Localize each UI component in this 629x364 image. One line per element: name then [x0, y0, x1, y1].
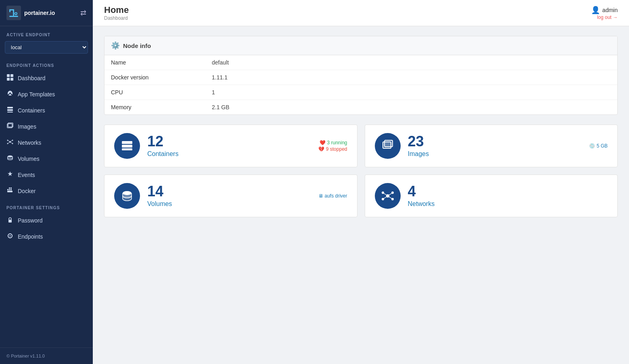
stat-info-networks: 4 Networks [408, 184, 435, 208]
node-info-cpu-value: 1 [205, 85, 617, 100]
volumes-icon-svg [121, 189, 134, 202]
volumes-label: Volumes [147, 200, 172, 208]
events-icon [6, 171, 14, 179]
node-info-icon: ⚙️ [111, 41, 120, 50]
containers-meta: ❤️ 3 running 💔 9 stopped [318, 140, 347, 152]
sidebar-item-events[interactable]: Events [0, 167, 93, 183]
content-area: ⚙️ Node info Name default Docker version… [93, 26, 629, 364]
user-name-label: admin [602, 7, 618, 13]
node-info-docker-label: Docker version [104, 70, 205, 85]
svg-line-22 [8, 142, 10, 144]
svg-rect-33 [122, 141, 132, 144]
stat-card-left-volumes: 14 Volumes [114, 183, 172, 209]
svg-rect-34 [122, 145, 132, 148]
sidebar-item-volumes[interactable]: Volumes [0, 151, 93, 167]
sidebar-item-endpoints[interactable]: Endpoints [0, 229, 93, 245]
breadcrumb: Dashboard [104, 15, 129, 21]
sidebar-item-label-containers: Containers [18, 107, 45, 114]
svg-line-47 [388, 196, 393, 199]
topbar-user: 👤 admin log out → [591, 6, 618, 20]
networks-count: 4 [408, 184, 435, 199]
containers-icon-svg [121, 139, 134, 152]
endpoint-actions-label: ENDPOINT ACTIONS [0, 57, 93, 70]
svg-rect-30 [7, 191, 13, 192]
sidebar-toggle-button[interactable]: ⇄ [80, 8, 86, 17]
portainer-settings-label: PORTAINER SETTINGS [0, 199, 93, 212]
containers-stopped: 💔 9 stopped [318, 146, 347, 152]
svg-point-24 [8, 156, 13, 158]
svg-rect-4 [9, 9, 10, 12]
volumes-count: 14 [147, 184, 172, 199]
stat-grid: 12 Containers ❤️ 3 running 💔 9 stopped [104, 125, 618, 217]
svg-rect-7 [10, 74, 13, 77]
topbar: Home Dashboard 👤 admin log out → [93, 0, 629, 26]
sidebar-footer: © Portainer v1.11.0 [0, 347, 93, 364]
volumes-driver: 🖥 aufs driver [318, 193, 347, 199]
sidebar-item-label-password: Password [18, 217, 42, 224]
svg-line-21 [10, 140, 13, 142]
sidebar-item-label-app-templates: App Templates [18, 91, 55, 98]
images-meta: 💿 5 GB [589, 143, 608, 149]
stat-info-containers: 12 Containers [147, 134, 178, 158]
table-row: CPU 1 [104, 85, 617, 100]
portainer-logo-icon [6, 6, 21, 20]
stat-card-images[interactable]: 23 Images 💿 5 GB [365, 125, 618, 167]
stat-info-volumes: 14 Volumes [147, 184, 172, 208]
sidebar-item-containers[interactable]: Containers [0, 102, 93, 119]
images-count: 23 [408, 134, 429, 149]
svg-line-45 [388, 193, 393, 196]
sidebar-item-password[interactable]: Password [0, 212, 93, 229]
svg-rect-1 [9, 16, 18, 17]
sidebar-item-networks[interactable]: Networks [0, 135, 93, 151]
node-info-title: Node info [123, 42, 151, 49]
svg-line-44 [383, 193, 388, 196]
node-info-memory-label: Memory [104, 100, 205, 115]
active-endpoint-dropdown[interactable]: local [5, 41, 88, 54]
svg-rect-8 [7, 78, 10, 81]
disk-icon: 💿 [589, 143, 596, 149]
sidebar-item-label-images: Images [18, 123, 36, 130]
svg-line-20 [8, 140, 10, 142]
sidebar-item-label-networks: Networks [18, 139, 41, 146]
svg-rect-37 [385, 140, 393, 147]
sidebar-item-docker[interactable]: Docker [0, 183, 93, 199]
volumes-stat-icon [114, 183, 140, 209]
volumes-icon [6, 155, 14, 163]
images-icon [6, 123, 14, 131]
sidebar-item-label-docker: Docker [18, 188, 36, 194]
node-info-name-label: Name [104, 55, 205, 70]
sidebar-item-label-endpoints: Endpoints [18, 233, 43, 240]
images-label: Images [408, 150, 429, 158]
svg-rect-6 [7, 74, 10, 77]
server-icon: 🖥 [318, 193, 324, 199]
node-info-card: ⚙️ Node info Name default Docker version… [104, 36, 618, 115]
broken-heart-icon: 💔 [318, 146, 326, 152]
containers-label: Containers [147, 150, 178, 158]
table-row: Name default [104, 55, 617, 70]
svg-rect-10 [7, 107, 13, 108]
node-info-cpu-label: CPU [104, 85, 205, 100]
sidebar-item-dashboard[interactable]: Dashboard [0, 70, 93, 86]
stat-card-networks[interactable]: 4 Networks [365, 175, 618, 217]
stat-card-containers[interactable]: 12 Containers ❤️ 3 running 💔 9 stopped [104, 125, 357, 167]
node-info-table: Name default Docker version 1.11.1 CPU 1… [104, 55, 617, 114]
logout-button[interactable]: log out → [597, 15, 618, 20]
networks-stat-icon [375, 183, 401, 209]
sidebar-item-label-volumes: Volumes [18, 156, 40, 162]
table-row: Memory 2.1 GB [104, 100, 617, 115]
images-icon-svg [381, 139, 394, 152]
containers-icon [6, 106, 14, 114]
sidebar-item-app-templates[interactable]: App Templates [0, 86, 93, 102]
topbar-title: Home Dashboard [104, 5, 129, 21]
svg-rect-28 [9, 187, 10, 189]
dashboard-icon [6, 74, 14, 82]
networks-icon-svg [381, 189, 394, 202]
sidebar-item-images[interactable]: Images [0, 119, 93, 135]
docker-icon [6, 187, 14, 195]
stat-card-left-images: 23 Images [375, 133, 429, 159]
stat-card-volumes[interactable]: 14 Volumes 🖥 aufs driver [104, 175, 357, 217]
containers-stat-icon [114, 133, 140, 159]
user-info: 👤 admin [591, 6, 618, 15]
svg-rect-11 [7, 109, 13, 111]
node-info-memory-value: 2.1 GB [205, 100, 617, 115]
